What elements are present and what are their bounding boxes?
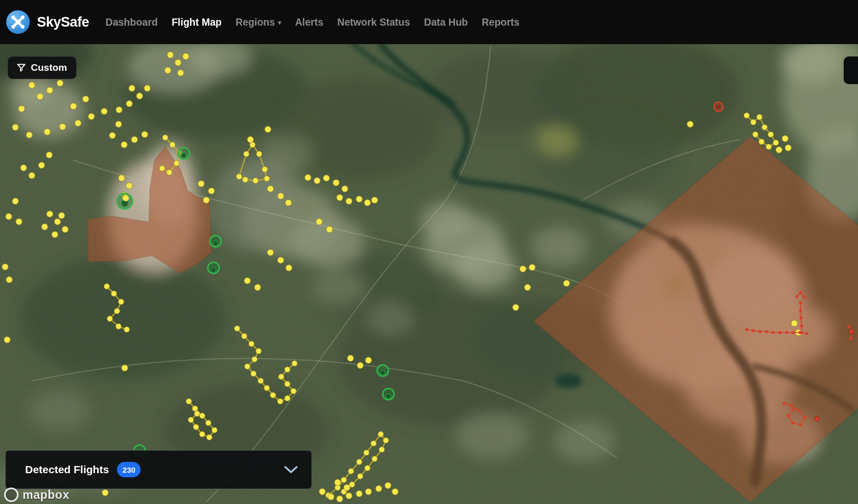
flight-path-point[interactable] xyxy=(270,393,276,398)
flight-path-point[interactable] xyxy=(252,357,258,362)
detected-flight-marker[interactable] xyxy=(314,178,320,184)
detected-flight-marker[interactable] xyxy=(183,53,189,60)
flight-path-point[interactable] xyxy=(759,139,765,145)
detected-flight-marker[interactable] xyxy=(347,355,354,361)
flight-path-point[interactable] xyxy=(107,316,113,322)
detected-flight-marker[interactable] xyxy=(782,135,788,142)
flight-path-point[interactable] xyxy=(358,474,363,479)
detected-flight-marker[interactable] xyxy=(255,284,261,290)
detected-flight-marker[interactable] xyxy=(6,214,12,220)
flight-path-point[interactable] xyxy=(348,469,354,474)
detected-flight-marker[interactable] xyxy=(70,103,76,109)
red-flight-path-point[interactable] xyxy=(792,331,795,334)
flight-path-point[interactable] xyxy=(364,450,369,456)
detected-flight-marker[interactable] xyxy=(52,231,58,238)
detected-flight-marker[interactable] xyxy=(785,145,791,151)
detected-flight-marker[interactable] xyxy=(286,265,292,271)
detected-flight-marker[interactable] xyxy=(42,224,48,230)
flight-path-point[interactable] xyxy=(160,166,165,171)
red-flight-path-point[interactable] xyxy=(849,337,852,340)
flight-path-point[interactable] xyxy=(285,381,290,387)
detected-flight-marker[interactable] xyxy=(175,60,181,66)
flight-path-point[interactable] xyxy=(365,466,371,471)
flight-path-point[interactable] xyxy=(194,411,200,417)
detected-flight-marker[interactable] xyxy=(142,131,148,138)
detected-flight-marker[interactable] xyxy=(365,489,372,495)
detected-flight-marker[interactable] xyxy=(524,284,531,290)
detected-flight-marker[interactable] xyxy=(265,126,271,132)
flight-path-point[interactable] xyxy=(212,428,218,433)
detected-flight-marker[interactable] xyxy=(21,165,27,171)
detected-flight-marker[interactable] xyxy=(75,120,81,126)
red-flight-path-point[interactable] xyxy=(848,325,851,328)
detected-flight-marker[interactable] xyxy=(101,108,107,114)
nav-item-reports[interactable]: Reports xyxy=(482,16,520,28)
detected-flight-marker[interactable] xyxy=(337,195,343,201)
flight-path-point[interactable] xyxy=(251,371,257,377)
detected-flight-marker[interactable] xyxy=(12,124,18,130)
flight-path-point[interactable] xyxy=(116,324,122,329)
detected-flight-marker[interactable] xyxy=(372,197,378,203)
detected-flight-marker[interactable] xyxy=(346,198,352,204)
red-flight-path-point[interactable] xyxy=(800,331,803,334)
red-flight-path-point[interactable] xyxy=(803,416,806,419)
nav-item-dashboard[interactable]: Dashboard xyxy=(106,16,158,28)
flight-path-point[interactable] xyxy=(757,114,763,120)
detected-flight-marker[interactable] xyxy=(247,137,254,143)
red-flight-path-point[interactable] xyxy=(799,423,802,427)
red-flight-marker[interactable] xyxy=(815,417,820,421)
detected-flight-marker[interactable] xyxy=(167,52,173,58)
detected-flight-marker[interactable] xyxy=(305,175,311,181)
red-flight-path-point[interactable] xyxy=(785,331,788,334)
flight-path-point[interactable] xyxy=(167,170,172,176)
flight-path-point[interactable] xyxy=(119,299,124,305)
flight-path-point[interactable] xyxy=(264,385,270,391)
detected-flight-marker[interactable] xyxy=(385,482,391,489)
nav-item-regions[interactable]: Regions▾ xyxy=(236,16,281,28)
flight-path-point[interactable] xyxy=(163,135,168,141)
detected-flight-marker[interactable] xyxy=(46,152,52,158)
detected-flight-marker[interactable] xyxy=(356,491,362,497)
detected-flight-marker[interactable] xyxy=(47,87,53,93)
flight-path-point[interactable] xyxy=(186,399,192,404)
detected-flight-marker[interactable] xyxy=(115,121,122,127)
flight-path-point[interactable] xyxy=(256,348,262,354)
flight-path-point[interactable] xyxy=(170,142,176,148)
detected-flight-marker[interactable] xyxy=(29,172,35,179)
detected-flight-marker[interactable] xyxy=(278,257,284,263)
detected-flight-marker[interactable] xyxy=(357,362,363,369)
flight-path-point[interactable] xyxy=(111,291,117,297)
flight-path-point[interactable] xyxy=(341,477,347,483)
flight-path-point[interactable] xyxy=(188,417,194,423)
flight-path-point[interactable] xyxy=(243,177,248,183)
flight-path-point[interactable] xyxy=(773,140,779,146)
red-flight-path-point[interactable] xyxy=(752,329,755,332)
flight-path-point[interactable] xyxy=(751,120,756,125)
detected-flight-marker[interactable] xyxy=(126,101,132,107)
flight-path-point[interactable] xyxy=(279,374,284,380)
detected-flight-marker[interactable] xyxy=(29,82,35,88)
detected-flight-marker[interactable] xyxy=(26,132,32,138)
flight-path-point[interactable] xyxy=(292,361,298,366)
flight-path-point[interactable] xyxy=(379,447,385,453)
detected-flight-marker[interactable] xyxy=(2,264,8,270)
detected-flight-marker[interactable] xyxy=(83,96,89,102)
flight-path-point[interactable] xyxy=(200,432,205,437)
detected-flight-marker[interactable] xyxy=(376,486,382,492)
detected-flight-marker[interactable] xyxy=(57,80,63,86)
red-flight-path-point[interactable] xyxy=(800,324,803,327)
detected-flight-marker[interactable] xyxy=(144,85,150,91)
detected-flight-marker[interactable] xyxy=(344,484,350,491)
red-flight-path-point[interactable] xyxy=(800,317,803,320)
detected-flight-marker[interactable] xyxy=(520,266,526,272)
map-control-partial[interactable] xyxy=(844,56,858,84)
red-flight-path-point[interactable] xyxy=(805,332,808,335)
detected-flight-marker[interactable] xyxy=(198,181,204,187)
detected-flight-marker[interactable] xyxy=(6,277,12,283)
nav-item-alerts[interactable]: Alerts xyxy=(295,16,323,28)
detected-flight-marker[interactable] xyxy=(364,200,371,206)
detected-flight-marker[interactable] xyxy=(116,107,122,113)
detected-flight-marker[interactable] xyxy=(136,93,143,99)
detected-flight-marker[interactable] xyxy=(244,278,250,284)
flight-path-point[interactable] xyxy=(768,132,774,138)
